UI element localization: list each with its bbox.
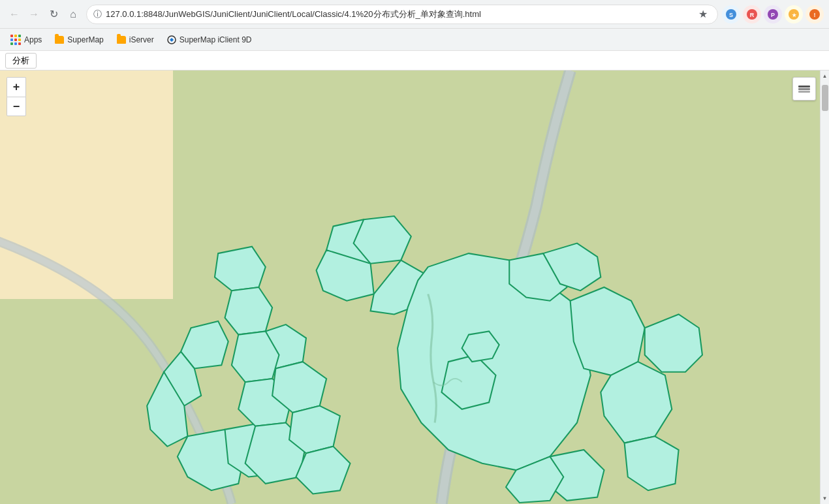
svg-marker-34 bbox=[625, 436, 679, 490]
extension-purple[interactable]: P bbox=[764, 5, 782, 24]
svg-marker-11 bbox=[215, 247, 266, 291]
analyze-button[interactable]: 分析 bbox=[5, 53, 37, 69]
map-svg bbox=[0, 71, 829, 504]
back-icon: ← bbox=[9, 8, 20, 20]
page-toolbar: 分析 bbox=[0, 51, 829, 71]
supermap-bookmark[interactable]: SuperMap bbox=[50, 31, 108, 48]
url-display: 127.0.0.1:8848/JunWebGIS/JuniClient/Juni… bbox=[106, 8, 691, 20]
address-bar[interactable]: ⓘ 127.0.0.1:8848/JunWebGIS/JuniClient/Ju… bbox=[86, 5, 718, 24]
svg-marker-32 bbox=[571, 287, 645, 375]
iclient-bookmark[interactable]: SuperMap iClient 9D bbox=[162, 31, 257, 48]
zoom-out-button[interactable]: − bbox=[7, 97, 26, 116]
info-icon: ⓘ bbox=[93, 8, 102, 20]
extension-icons: S R P ★ bbox=[722, 5, 824, 24]
zoom-in-button[interactable]: + bbox=[7, 77, 26, 97]
extension-red[interactable]: R bbox=[743, 5, 761, 24]
svg-rect-40 bbox=[798, 86, 810, 87]
apps-grid-icon bbox=[10, 35, 21, 45]
page-content: 分析 bbox=[0, 51, 829, 504]
extension-yellow[interactable]: ★ bbox=[785, 5, 803, 24]
map-zoom-controls: + − bbox=[7, 77, 26, 116]
home-button[interactable]: ⌂ bbox=[64, 5, 82, 24]
iclient-logo-icon bbox=[167, 35, 176, 44]
svg-text:R: R bbox=[750, 12, 755, 18]
svg-text:S: S bbox=[729, 12, 733, 18]
supermap-label: SuperMap bbox=[67, 35, 103, 44]
nav-buttons: ← → ↻ ⌂ bbox=[5, 5, 82, 24]
svg-marker-39 bbox=[645, 315, 702, 372]
extension-orange[interactable]: ! bbox=[806, 5, 824, 24]
layers-icon bbox=[797, 82, 811, 96]
iserver-label: iServer bbox=[129, 35, 154, 44]
forward-icon: → bbox=[29, 8, 39, 20]
svg-marker-12 bbox=[225, 287, 273, 335]
scrollbar-up-button[interactable]: ▲ bbox=[821, 71, 830, 82]
supermap-ext-icon: S bbox=[725, 8, 737, 20]
apps-bookmark[interactable]: Apps bbox=[5, 31, 47, 48]
back-button[interactable]: ← bbox=[5, 5, 23, 24]
svg-text:P: P bbox=[771, 12, 775, 18]
browser-window: ← → ↻ ⌂ ⓘ 127.0.0.1:8848/JunWebGIS/JuniC… bbox=[0, 0, 829, 504]
svg-rect-41 bbox=[798, 88, 810, 90]
forward-button[interactable]: → bbox=[25, 5, 43, 24]
yellow-ext-icon: ★ bbox=[788, 8, 800, 20]
iserver-bookmark[interactable]: iServer bbox=[112, 31, 159, 48]
extension-supermap[interactable]: S bbox=[722, 5, 740, 24]
supermap-folder-icon bbox=[55, 36, 64, 44]
reload-icon: ↻ bbox=[50, 8, 58, 20]
svg-text:!: ! bbox=[814, 12, 816, 18]
iserver-folder-icon bbox=[117, 36, 126, 44]
iclient-label: SuperMap iClient 9D bbox=[180, 35, 252, 44]
map-container[interactable]: + − ▲ ▼ bbox=[0, 71, 829, 504]
apps-label: Apps bbox=[24, 35, 42, 44]
svg-text:★: ★ bbox=[792, 12, 797, 18]
star-icon: ★ bbox=[698, 8, 708, 20]
browser-toolbar: ← → ↻ ⌂ ⓘ 127.0.0.1:8848/JunWebGIS/JuniC… bbox=[0, 0, 829, 29]
home-icon: ⌂ bbox=[70, 8, 76, 20]
red-ext-icon: R bbox=[746, 8, 758, 20]
bookmark-star-button[interactable]: ★ bbox=[695, 7, 711, 22]
purple-ext-icon: P bbox=[767, 8, 779, 20]
reload-button[interactable]: ↻ bbox=[44, 5, 63, 24]
svg-rect-42 bbox=[798, 91, 810, 93]
bookmarks-bar: Apps SuperMap iServer SuperMap iClient 9… bbox=[0, 29, 829, 51]
scrollbar-thumb[interactable] bbox=[822, 85, 828, 111]
scrollbar-track: ▲ ▼ bbox=[820, 71, 829, 504]
orange-ext-icon: ! bbox=[809, 8, 821, 20]
layer-button[interactable] bbox=[792, 77, 816, 101]
scrollbar-down-button[interactable]: ▼ bbox=[821, 493, 830, 504]
